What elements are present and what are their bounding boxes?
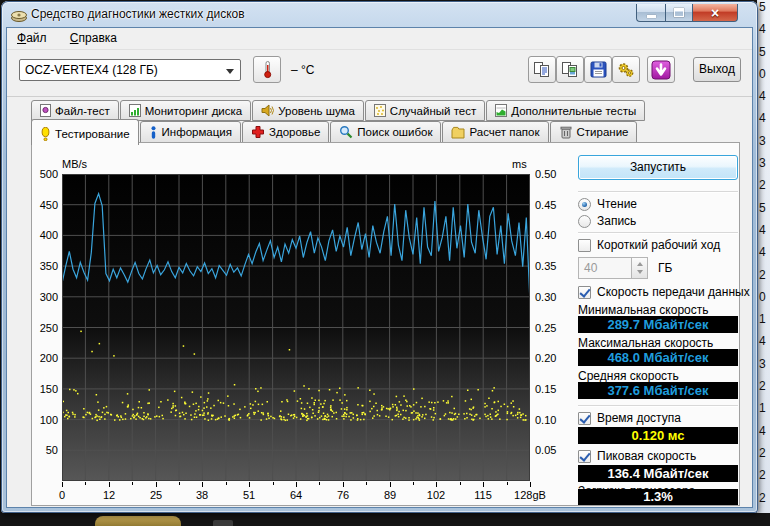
- background-digit: 3: [757, 134, 770, 156]
- x-axis-tick-mark: [109, 482, 110, 487]
- background-digit: 0: [757, 290, 770, 312]
- exit-button[interactable]: Выход: [693, 57, 741, 82]
- tab-file-test[interactable]: Файл-тест: [31, 100, 119, 121]
- max-speed-value: 468.0 Мбайт/сек: [578, 349, 738, 366]
- menu-bar: Файл Справка: [7, 28, 752, 50]
- right-axis-tick-label: 0.10: [535, 414, 561, 426]
- options-button[interactable]: [612, 56, 640, 83]
- transfer-rate-checkbox[interactable]: [578, 286, 591, 299]
- x-axis-tick-mark: [390, 482, 391, 487]
- background-window-sliver: 54504433254420143214222: [757, 0, 770, 513]
- menu-help[interactable]: Справка: [60, 28, 127, 48]
- background-digit: 5: [757, 45, 770, 67]
- min-speed-value: 289.7 Мбайт/сек: [578, 316, 738, 333]
- tab-info[interactable]: Информация: [140, 121, 241, 143]
- x-axis-tick-label: 76: [337, 489, 349, 501]
- screenshot-button[interactable]: [647, 56, 675, 83]
- background-digit: 2: [757, 379, 770, 401]
- left-axis-tick-label: 450: [32, 199, 58, 211]
- x-axis-tick-mark: [296, 482, 297, 487]
- background-digit: 4: [757, 245, 770, 267]
- tab-noise-level[interactable]: Уровень шума: [252, 100, 364, 121]
- background-digit: 0: [757, 67, 770, 89]
- save-icon: [590, 61, 607, 78]
- write-radio[interactable]: [578, 215, 591, 228]
- file-test-icon: [40, 104, 51, 117]
- tab-label: Случайный тест: [390, 105, 476, 117]
- short-stroke-row[interactable]: Короткий рабочий ход: [578, 238, 720, 252]
- tab-extra-tests[interactable]: Дополнительные тесты: [486, 100, 645, 121]
- tab-health[interactable]: Здоровье: [242, 121, 329, 143]
- write-radio-row[interactable]: Запись: [578, 214, 636, 228]
- tab-disk-monitor[interactable]: Мониторинг диска: [120, 100, 252, 121]
- transfer-rate-row[interactable]: Скорость передачи данных: [578, 285, 750, 299]
- random-test-icon: [374, 104, 386, 117]
- read-radio-row[interactable]: Чтение: [578, 197, 637, 211]
- tab-label: Тестирование: [55, 128, 130, 140]
- left-axis-unit: MB/s: [62, 158, 87, 170]
- access-time-value: 0.120 мс: [578, 427, 738, 444]
- tab-label: Мониторинг диска: [145, 105, 243, 117]
- tab-label: Поиск ошибок: [357, 126, 432, 138]
- tab-row-primary: Тестирование Информация Здоровье Поиск о…: [31, 121, 638, 143]
- gb-unit-label: ГБ: [658, 261, 672, 275]
- x-axis-tick-mark: [179, 482, 180, 485]
- chart-plot: [62, 174, 530, 481]
- burst-rate-row[interactable]: Пиковая скорость: [578, 449, 696, 463]
- right-axis-tick-label: 0.35: [535, 260, 561, 272]
- write-radio-label: Запись: [597, 214, 636, 228]
- burst-rate-checkbox[interactable]: [578, 450, 591, 463]
- minimize-button[interactable]: [636, 4, 665, 22]
- background-digit: 2: [757, 446, 770, 468]
- drive-select-combobox[interactable]: OCZ-VERTEX4 (128 ГБ): [19, 59, 241, 81]
- save-button[interactable]: [584, 56, 612, 83]
- x-axis-tick-mark: [249, 482, 250, 487]
- tab-label: Информация: [162, 126, 232, 138]
- x-axis-tick-mark: [202, 482, 203, 487]
- test-lamp-icon: [40, 127, 51, 141]
- start-button[interactable]: Запустить: [578, 155, 738, 180]
- temperature-button[interactable]: [253, 56, 281, 83]
- health-cross-icon: [251, 125, 265, 139]
- title-bar[interactable]: Средство диагностики жестких дисков ×: [1, 1, 758, 27]
- close-button[interactable]: ×: [693, 4, 738, 22]
- right-axis-tick-label: 0.50: [535, 168, 561, 180]
- menu-file[interactable]: Файл: [7, 28, 57, 48]
- copy-text-button[interactable]: [528, 56, 556, 83]
- background-digit: 2: [757, 491, 770, 513]
- controls-panel: Запустить Чтение Запись Короткий рабочий…: [578, 143, 738, 507]
- tab-benchmark[interactable]: Тестирование: [31, 119, 139, 145]
- desktop-icon-fragment: [213, 520, 233, 526]
- tab-label: Стирание: [577, 126, 629, 138]
- left-axis-tick-label: 400: [32, 229, 58, 241]
- short-stroke-spinner[interactable]: 40: [578, 257, 632, 279]
- tab-error-scan[interactable]: Поиск ошибок: [330, 121, 441, 143]
- copy-image-button[interactable]: [556, 56, 584, 83]
- x-axis-tick-label: 128gB: [514, 489, 546, 501]
- background-digit: 5: [757, 201, 770, 223]
- extra-tests-icon: [495, 104, 507, 117]
- access-time-label: Время доступа: [597, 411, 681, 425]
- maximize-button[interactable]: [665, 4, 693, 22]
- tab-random-test[interactable]: Случайный тест: [365, 100, 485, 121]
- temperature-value: – °C: [291, 63, 314, 77]
- client-area: Файл Справка OCZ-VERTEX4 (128 ГБ) – °C: [6, 27, 753, 508]
- burst-rate-label: Пиковая скорость: [597, 449, 696, 463]
- tab-folder-usage[interactable]: Расчет папок: [442, 121, 548, 143]
- magnifier-icon: [339, 125, 353, 139]
- tab-erase[interactable]: Стирание: [550, 121, 638, 143]
- read-radio[interactable]: [578, 198, 591, 211]
- background-digit: 4: [757, 89, 770, 111]
- right-axis-tick-label: 0.20: [535, 352, 561, 364]
- left-axis-tick-label: 500: [32, 168, 58, 180]
- right-axis-tick-label: 0.25: [535, 322, 561, 334]
- short-stroke-checkbox[interactable]: [578, 239, 591, 252]
- access-time-row[interactable]: Время доступа: [578, 411, 681, 425]
- access-time-checkbox[interactable]: [578, 412, 591, 425]
- left-axis-tick-label: 200: [32, 352, 58, 364]
- left-axis-tick-label: 350: [32, 260, 58, 272]
- x-axis-tick-mark: [226, 482, 227, 485]
- background-digit: 3: [757, 357, 770, 379]
- spinner-arrows[interactable]: [632, 257, 648, 279]
- tab-label: Файл-тест: [55, 105, 110, 117]
